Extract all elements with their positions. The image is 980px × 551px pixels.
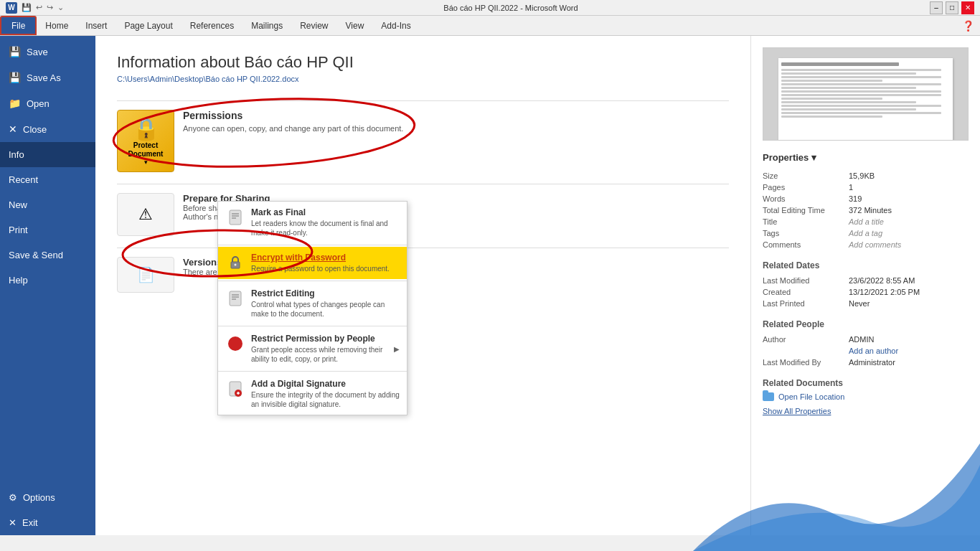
properties-arrow-icon: ▾ [811, 152, 816, 163]
dropdown-item-digital-signature[interactable]: Add a Digital Signature Ensure the integ… [218, 373, 407, 415]
sidebar-item-options[interactable]: ⚙ Options [0, 485, 95, 510]
prop-row-editing-time: Total Editing Time 372 Minutes [763, 204, 969, 216]
sidebar-item-save-send[interactable]: Save & Send [0, 242, 95, 268]
mark-as-final-text: Mark as Final Let readers know the docum… [251, 207, 400, 237]
svg-rect-1 [230, 210, 241, 225]
check-issues-button[interactable]: ⚠ [117, 193, 174, 236]
thumb-line [781, 116, 882, 118]
tab-references[interactable]: References [182, 16, 242, 35]
tab-view[interactable]: View [337, 16, 373, 35]
sidebar-item-open[interactable]: 📁 Open [0, 90, 95, 116]
related-dates-table: Last Modified 23/6/2022 8:55 AM Created … [763, 275, 969, 309]
properties-label: Properties [763, 152, 809, 163]
sidebar-item-help[interactable]: Help [0, 268, 95, 293]
permissions-section: 🔒 ProtectDocument ▾ Permissions Anyone c… [117, 110, 729, 172]
section-divider-1 [117, 100, 729, 101]
thumb-line [781, 80, 882, 82]
sidebar-item-info[interactable]: Info [0, 142, 95, 167]
main-layout: 💾 Save 💾 Save As 📁 Open ✕ Close Info Rec… [0, 36, 980, 535]
quick-access-dropdown[interactable]: ⌄ [57, 3, 64, 12]
restrict-permission-icon [225, 334, 245, 354]
show-all-properties-link[interactable]: Show All Properties [763, 407, 969, 415]
restrict-editing-icon [225, 288, 245, 309]
prop-row-title[interactable]: Title Add a title [763, 216, 969, 227]
permissions-title: Permissions [183, 110, 403, 121]
sidebar-item-exit[interactable]: ✕ Exit [0, 510, 95, 535]
thumb-line [781, 101, 915, 103]
menu-divider-4 [218, 371, 407, 372]
menu-divider-3 [218, 326, 407, 326]
related-people-title: Related People [763, 319, 969, 329]
permissions-description: Anyone can open, copy, and change any pa… [183, 124, 403, 133]
prop-row-size: Size 15,9KB [763, 170, 969, 182]
encrypt-text: Encrypt with Password Require a password… [251, 253, 400, 273]
prop-row-add-author[interactable]: Add an author [763, 345, 969, 357]
dropdown-arrow-icon: ▾ [144, 159, 148, 166]
dropdown-item-mark-as-final[interactable]: Mark as Final Let readers know the docum… [218, 202, 407, 243]
related-people-table: Author ADMIN Add an author Last Modified… [763, 334, 969, 368]
quick-access-save[interactable]: 💾 [22, 3, 32, 12]
maximize-button[interactable]: □ [946, 1, 958, 14]
check-icon: ⚠ [138, 205, 153, 224]
tab-insert[interactable]: Insert [77, 16, 116, 35]
svg-rect-7 [230, 291, 241, 306]
dropdown-item-encrypt[interactable]: Encrypt with Password Require a password… [218, 247, 407, 279]
versions-icon: 📄 [137, 266, 155, 283]
thumb-line [781, 62, 899, 66]
prop-row-tags[interactable]: Tags Add a tag [763, 227, 969, 239]
tab-home[interactable]: Home [37, 16, 77, 35]
tab-review[interactable]: Review [291, 16, 336, 35]
folder-icon [763, 392, 774, 401]
save-as-icon: 💾 [9, 72, 21, 83]
title-bar: W 💾 ↩ ↪ ⌄ Báo cáo HP QII.2022 - Microsof… [0, 0, 980, 16]
properties-header[interactable]: Properties ▾ [763, 152, 969, 163]
prop-row-author: Author ADMIN [763, 334, 969, 345]
close-icon: ✕ [9, 123, 17, 135]
sidebar-item-new[interactable]: New [0, 192, 95, 217]
sidebar-item-save-as[interactable]: 💾 Save As [0, 65, 95, 90]
menu-divider-1 [218, 245, 407, 245]
sidebar-item-print[interactable]: Print [0, 217, 95, 242]
tab-file[interactable]: File [0, 16, 37, 35]
section-divider-2 [117, 184, 729, 184]
sidebar-item-close[interactable]: ✕ Close [0, 116, 95, 142]
right-panel: Properties ▾ Size 15,9KB Pages 1 Words 3… [750, 36, 980, 535]
encrypt-icon [225, 253, 245, 273]
sidebar-item-save[interactable]: 💾 Save [0, 39, 95, 65]
close-button[interactable]: ✕ [961, 1, 974, 14]
tab-page-layout[interactable]: Page Layout [116, 16, 181, 35]
document-thumbnail [763, 47, 969, 141]
help-icon[interactable]: ❓ [962, 20, 974, 32]
dropdown-item-restrict-permission[interactable]: Restrict Permission by People Grant peop… [218, 328, 407, 369]
open-icon: 📁 [9, 98, 21, 109]
sidebar-item-recent[interactable]: Recent [0, 167, 95, 192]
page-title: Information about Báo cáo HP QII [117, 53, 729, 72]
submenu-arrow: ▶ [394, 345, 400, 353]
word-icon: W [6, 2, 17, 14]
protect-document-button[interactable]: 🔒 ProtectDocument ▾ [117, 110, 174, 172]
thumb-line [781, 108, 915, 110]
prop-row-last-printed: Last Printed Never [763, 298, 969, 309]
dropdown-item-restrict-editing[interactable]: Restrict Editing Control what types of c… [218, 283, 407, 324]
sidebar: 💾 Save 💾 Save As 📁 Open ✕ Close Info Rec… [0, 36, 95, 535]
thumb-line [781, 94, 941, 96]
quick-access-redo[interactable]: ↪ [47, 3, 53, 12]
thumb-line [781, 72, 915, 75]
content-area: Information about Báo cáo HP QII C:\User… [95, 36, 750, 535]
thumb-line [781, 76, 941, 78]
versions-button[interactable]: 📄 [117, 257, 174, 293]
tab-mailings[interactable]: Mailings [242, 16, 291, 35]
thumb-line [781, 105, 941, 107]
exit-icon: ✕ [9, 517, 17, 528]
protect-dropdown-menu: Mark as Final Let readers know the docum… [217, 201, 407, 415]
digital-signature-icon [225, 379, 245, 399]
tab-add-ins[interactable]: Add-Ins [372, 16, 419, 35]
minimize-button[interactable]: – [930, 1, 943, 14]
prop-row-comments[interactable]: Comments Add comments [763, 239, 969, 250]
thumb-line [781, 83, 941, 85]
ribbon: File Home Insert Page Layout References … [0, 16, 980, 36]
quick-access-undo[interactable]: ↩ [36, 3, 42, 12]
thumb-line [781, 69, 941, 71]
related-documents-title: Related Documents [763, 378, 969, 388]
open-file-location-link[interactable]: Open File Location [763, 392, 969, 401]
